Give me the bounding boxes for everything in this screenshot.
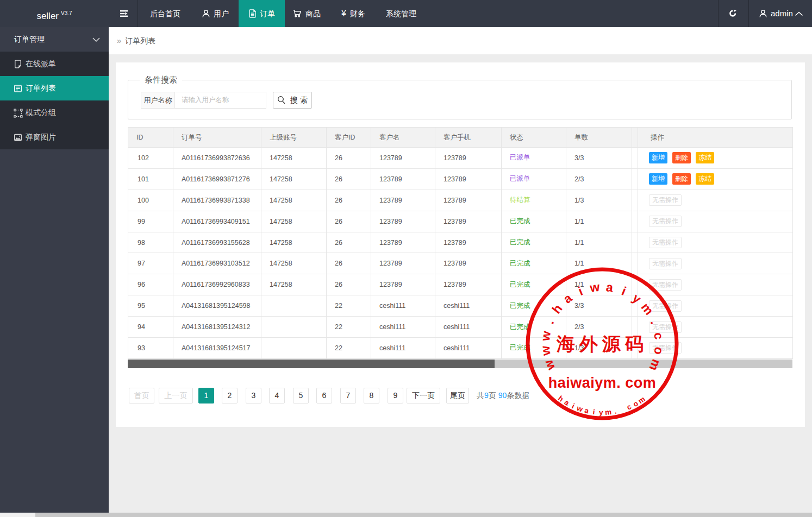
svg-text:o: o	[651, 346, 666, 355]
svg-text:haiwaiym. com: haiwaiym. com	[548, 375, 657, 391]
svg-text:i: i	[620, 284, 628, 298]
svg-text:i: i	[576, 284, 585, 298]
svg-text:i: i	[571, 402, 576, 410]
svg-text:.: .	[542, 317, 557, 326]
svg-text:i: i	[592, 408, 596, 416]
svg-text:m: m	[639, 300, 657, 318]
svg-text:w: w	[538, 330, 553, 342]
svg-text:y: y	[599, 408, 603, 417]
svg-text:a: a	[605, 280, 614, 294]
svg-text:c: c	[651, 332, 666, 341]
svg-text:m: m	[646, 357, 664, 373]
svg-text:a: a	[584, 406, 590, 415]
svg-text:w: w	[541, 358, 558, 373]
svg-text:c: c	[626, 402, 633, 412]
svg-text:海外源码: 海外源码	[556, 334, 648, 354]
svg-text:a: a	[560, 291, 574, 306]
svg-text:.: .	[614, 407, 617, 415]
svg-text:.: .	[648, 317, 662, 326]
svg-text:y: y	[630, 291, 644, 306]
svg-text:m: m	[604, 408, 611, 417]
svg-text:h: h	[549, 301, 565, 316]
svg-text:w: w	[589, 280, 601, 295]
svg-text:w: w	[538, 345, 553, 357]
